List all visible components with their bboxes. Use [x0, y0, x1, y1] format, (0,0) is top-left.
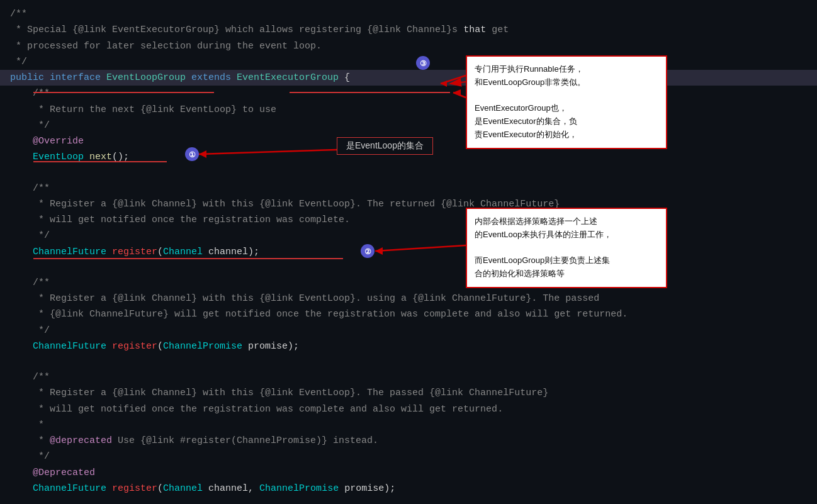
- code-line: /**: [0, 275, 817, 291]
- code-line: * processed for later selection during t…: [0, 38, 817, 54]
- code-line: [0, 165, 817, 181]
- code-line: ChannelFuture register(Channel channel, …: [0, 481, 817, 496]
- annotation-bubble-1: 专门用于执行Runnable任务， 和EventLoopGroup非常类似。 E…: [466, 55, 667, 149]
- code-line: [0, 354, 817, 369]
- code-line: * Special {@link EventExecutorGroup} whi…: [0, 22, 817, 38]
- code-line: */: [0, 118, 817, 133]
- code-line: * will get notified once the registratio…: [0, 401, 817, 417]
- code-line: /**: [0, 6, 817, 22]
- code-line: /**: [0, 86, 817, 101]
- code-line: public interface EventLoopGroup extends …: [0, 70, 817, 86]
- code-line: * @deprecated Use {@link #register(Chann…: [0, 433, 817, 449]
- code-line: * Return the next {@link EventLoop} to u…: [0, 102, 817, 118]
- code-line: @Deprecated: [0, 465, 817, 481]
- code-line: * {@link ChannelFuture} will get notifie…: [0, 306, 817, 322]
- label-event-loop: 是EventLoop的集合: [337, 137, 433, 155]
- code-line: */: [0, 54, 817, 70]
- code-line: */: [0, 449, 817, 464]
- code-line: */: [0, 228, 817, 244]
- code-line: * Register a {@link Channel} with this {…: [0, 291, 817, 306]
- code-line: *: [0, 417, 817, 433]
- code-line: ChannelFuture register(ChannelPromise pr…: [0, 339, 817, 354]
- code-editor: /** * Special {@link EventExecutorGroup}…: [0, 0, 817, 504]
- code-line: [0, 260, 817, 275]
- code-line: * will get notified once the registratio…: [0, 212, 817, 228]
- code-line: /**: [0, 369, 817, 385]
- code-line: /**: [0, 181, 817, 196]
- annotation-bubble-2: 内部会根据选择策略选择一个上述 的EventLoop来执行具体的注册工作， 而E…: [466, 208, 667, 288]
- code-line: * Register a {@link Channel} with this {…: [0, 385, 817, 401]
- code-line: * Register a {@link Channel} with this {…: [0, 196, 817, 212]
- code-line: */: [0, 323, 817, 339]
- code-line: ChannelFuture register(Channel channel);: [0, 244, 817, 260]
